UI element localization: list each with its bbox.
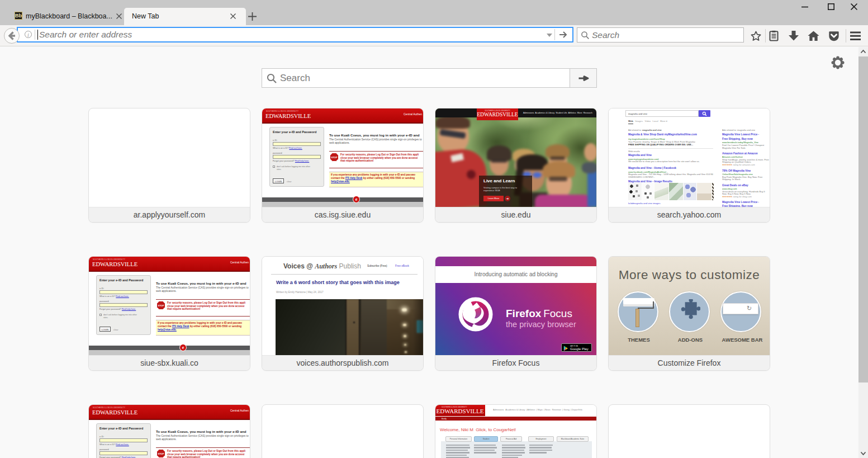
svg-text:STOP: STOP — [158, 304, 164, 307]
svg-text:STOP: STOP — [158, 452, 164, 455]
svg-text:STOP: STOP — [331, 156, 338, 159]
